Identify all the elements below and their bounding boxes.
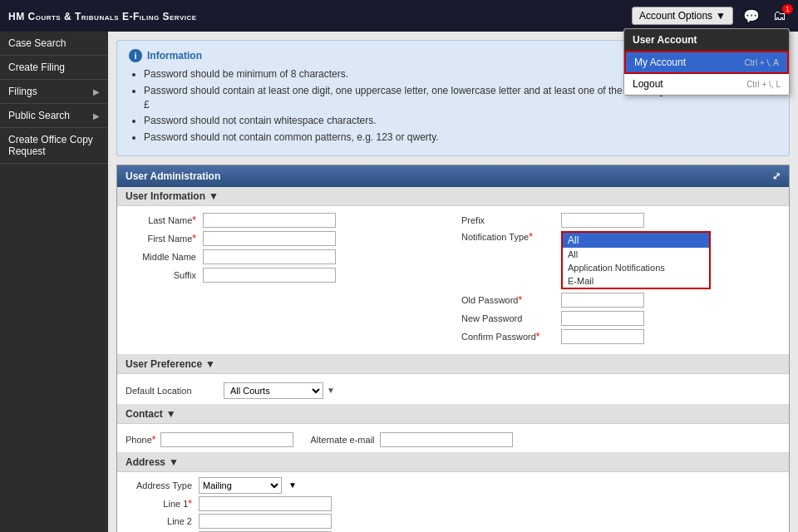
chevron-down-icon: ▼ [327,386,335,395]
prefix-input[interactable] [561,213,644,228]
alt-email-label: Alternate e-mail [310,435,374,445]
user-account-dropdown: User Account My Account Ctrl + \, A Logo… [623,28,790,96]
my-account-label: My Account [634,57,686,68]
first-name-input[interactable] [203,231,336,246]
contact-section: Phone* Alternate e-mail [117,424,789,453]
address-label: Address [126,456,165,468]
phone-label: Phone* [126,434,155,446]
middle-name-label: Middle Name [126,252,196,262]
default-location-wrapper: All Courts London Manchester ▼ [224,382,335,399]
info-title: Information [147,50,202,62]
sidebar-item-public-search[interactable]: Public Search ▶ [0,104,108,128]
first-name-row: First Name* [126,231,445,246]
app-title: HM Courts & Tribunals E-Filing Service [8,8,632,23]
sidebar-label: Filings [8,86,37,97]
default-location-select[interactable]: All Courts London Manchester [224,382,323,399]
account-options-button[interactable]: Account Options ▼ [632,7,733,25]
confirm-password-input[interactable] [561,329,644,344]
chevron-right-icon: ▶ [93,111,100,121]
user-info-left: Last Name* First Name* Middle Name [126,213,445,347]
new-password-input[interactable] [561,311,644,326]
prefix-row: Prefix [461,213,781,228]
logout-label: Logout [633,78,663,90]
line1-label: Line 1* [126,498,192,510]
notification-type-label: Notification Type* [461,231,561,243]
sidebar-item-filings[interactable]: Filings ▶ [0,80,108,104]
chevron-down-icon: ▼ [288,480,297,490]
collapse-arrow-icon[interactable]: ▼ [169,456,179,468]
line2-input[interactable] [199,514,332,529]
basket-badge: 1 [782,4,793,14]
user-account-title: User Account [624,29,789,51]
user-info-section-header: User Information ▼ [117,187,789,206]
user-preference-section-header: User Preference ▼ [117,355,789,374]
confirm-password-row: Confirm Password* [461,329,781,344]
alt-email-input[interactable] [380,432,513,447]
line1-input[interactable] [199,496,332,511]
new-password-row: New Password [461,311,781,326]
address-type-label: Address Type [126,480,192,490]
phone-field: Phone* [126,432,293,447]
confirm-password-label: Confirm Password* [461,331,561,342]
suffix-input[interactable] [203,268,336,283]
info-item: Password should not contain common patte… [144,131,777,145]
chevron-right-icon: ▶ [93,87,100,96]
dropdown-arrow-icon: ▼ [716,10,726,22]
account-options-label: Account Options [639,10,712,22]
address-type-select[interactable]: Mailing Billing Other [199,477,282,494]
user-info-grid: Last Name* First Name* Middle Name [117,206,789,355]
sidebar-label: Case Search [8,37,66,49]
phone-input[interactable] [160,432,293,447]
default-location-row: Default Location All Courts London Manch… [126,382,781,399]
my-account-item[interactable]: My Account Ctrl + \, A [624,51,789,74]
sidebar: Case Search Create Filing Filings ▶ Publ… [0,32,108,532]
sidebar-item-create-filing[interactable]: Create Filing [0,56,108,80]
title-text: HM Courts & Tribunals E-Filing Service [8,11,197,22]
sidebar-label: Create Office Copy Request [8,134,100,157]
first-name-label: First Name* [126,233,196,244]
address-section-header: Address ▼ [117,453,789,472]
expand-icon[interactable]: ⤢ [772,170,781,182]
sidebar-item-create-office-copy[interactable]: Create Office Copy Request [0,128,108,164]
notification-type-header: All [563,233,709,248]
suffix-row: Suffix [126,268,445,283]
user-preference-label: User Preference [126,358,202,370]
user-preference-section: Default Location All Courts London Manch… [117,374,789,405]
contact-section-header: Contact ▼ [117,405,789,424]
info-item: Password should not contain whitespace c… [144,114,777,128]
notification-selected: All [568,234,579,246]
notif-option-all[interactable]: All [563,248,709,261]
middle-name-input[interactable] [203,249,336,264]
user-admin-panel: User Administration ⤢ User Information ▼… [116,165,790,532]
suffix-label: Suffix [126,270,196,280]
panel-title: User Administration [126,170,220,182]
old-password-label: Old Password* [461,294,561,306]
contact-row: Phone* Alternate e-mail [126,432,781,447]
sidebar-item-case-search[interactable]: Case Search [0,32,108,56]
top-bar-actions: Account Options ▼ 💬 🗂 1 [632,7,790,26]
messages-button[interactable]: 💬 [740,7,763,26]
old-password-row: Old Password* [461,293,781,308]
old-password-input[interactable] [561,293,644,308]
contact-label: Contact [126,408,163,420]
last-name-input[interactable] [203,213,336,228]
layout: Case Search Create Filing Filings ▶ Publ… [0,32,798,532]
collapse-arrow-icon[interactable]: ▼ [205,358,215,370]
basket-button[interactable]: 🗂 1 [770,7,790,25]
collapse-arrow-icon[interactable]: ▼ [209,190,219,202]
collapse-arrow-icon[interactable]: ▼ [166,408,176,420]
logout-item[interactable]: Logout Ctrl + \, L [624,74,789,95]
top-bar: HM Courts & Tribunals E-Filing Service A… [0,0,798,32]
new-password-label: New Password [461,313,561,323]
address-type-row: Address Type Mailing Billing Other ▼ [126,477,781,494]
line2-label: Line 2 [126,516,192,526]
notif-option-email[interactable]: E-Mail [563,274,709,288]
main-content: i Information Password should be minimum… [108,32,798,532]
last-name-row: Last Name* [126,213,445,228]
notification-type-dropdown[interactable]: All All Application Notifications E-Mail [561,231,711,289]
notif-option-app[interactable]: Application Notifications [563,261,709,274]
my-account-shortcut: Ctrl + \, A [745,58,779,67]
notification-type-row: Notification Type* All All Application N… [461,231,781,289]
default-location-label: Default Location [126,386,217,396]
panel-body: User Information ▼ Last Name* First Name… [117,187,789,532]
